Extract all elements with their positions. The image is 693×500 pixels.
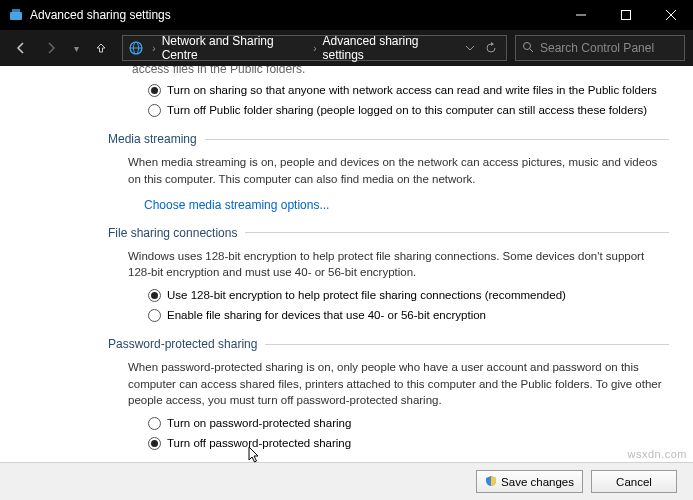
window-title: Advanced sharing settings	[30, 8, 558, 22]
dropdown-button[interactable]	[460, 37, 481, 59]
password-sharing-on-option[interactable]: Turn on password-protected sharing	[148, 415, 669, 431]
minimize-button[interactable]	[558, 0, 603, 30]
section-title: File sharing connections	[108, 226, 237, 240]
password-sharing-description: When password-protected sharing is on, o…	[128, 359, 669, 409]
truncated-text: access files in the Public folders.	[132, 66, 669, 76]
network-icon	[127, 40, 144, 56]
radio-icon	[148, 289, 161, 302]
divider	[205, 139, 669, 140]
radio-icon	[148, 84, 161, 97]
svg-rect-1	[12, 9, 20, 12]
forward-button[interactable]	[38, 35, 64, 61]
refresh-button[interactable]	[481, 37, 502, 59]
divider	[245, 232, 669, 233]
public-folder-sharing-group: Turn on sharing so that anyone with netw…	[148, 82, 669, 118]
encryption-128bit-option[interactable]: Use 128-bit encryption to help protect f…	[148, 287, 669, 303]
svg-rect-0	[10, 12, 22, 20]
content-area: access files in the Public folders. Turn…	[0, 66, 693, 462]
maximize-button[interactable]	[603, 0, 648, 30]
control-panel-icon	[8, 7, 24, 23]
radio-label: Turn off Public folder sharing (people l…	[167, 102, 647, 118]
svg-line-10	[530, 49, 533, 52]
media-streaming-options-link[interactable]: Choose media streaming options...	[144, 198, 329, 212]
radio-label: Use 128-bit encryption to help protect f…	[167, 287, 566, 303]
breadcrumb-advanced-sharing[interactable]: Advanced sharing settings	[320, 34, 459, 62]
encryption-4056bit-option[interactable]: Enable file sharing for devices that use…	[148, 307, 669, 323]
media-streaming-description: When media streaming is on, people and d…	[128, 154, 669, 187]
section-title: Password-protected sharing	[108, 337, 257, 351]
search-icon	[522, 41, 534, 55]
button-label: Cancel	[616, 476, 652, 488]
footer-bar: Save changes Cancel	[0, 462, 693, 500]
radio-label: Turn on sharing so that anyone with netw…	[167, 82, 657, 98]
password-sharing-off-option[interactable]: Turn off password-protected sharing	[148, 435, 669, 451]
svg-rect-3	[621, 11, 630, 20]
search-input[interactable]	[540, 41, 690, 55]
public-sharing-off-option[interactable]: Turn off Public folder sharing (people l…	[148, 102, 669, 118]
cancel-button[interactable]: Cancel	[591, 470, 677, 493]
password-sharing-group: Turn on password-protected sharing Turn …	[148, 415, 669, 451]
password-protected-sharing-header: Password-protected sharing	[108, 337, 669, 351]
section-title: Media streaming	[108, 132, 197, 146]
radio-label: Turn on password-protected sharing	[167, 415, 351, 431]
radio-label: Enable file sharing for devices that use…	[167, 307, 486, 323]
file-sharing-description: Windows uses 128-bit encryption to help …	[128, 248, 669, 281]
file-sharing-connections-header: File sharing connections	[108, 226, 669, 240]
nav-bar: ▾ › Network and Sharing Centre › Advance…	[0, 30, 693, 66]
shield-icon	[485, 475, 497, 489]
close-button[interactable]	[648, 0, 693, 30]
radio-icon	[148, 104, 161, 117]
media-streaming-header: Media streaming	[108, 132, 669, 146]
up-button[interactable]	[88, 35, 114, 61]
back-button[interactable]	[8, 35, 34, 61]
radio-icon	[148, 309, 161, 322]
file-sharing-encryption-group: Use 128-bit encryption to help protect f…	[148, 287, 669, 323]
radio-label: Turn off password-protected sharing	[167, 435, 351, 451]
radio-icon	[148, 417, 161, 430]
chevron-right-icon: ›	[313, 43, 316, 54]
public-sharing-on-option[interactable]: Turn on sharing so that anyone with netw…	[148, 82, 669, 98]
address-bar[interactable]: › Network and Sharing Centre › Advanced …	[122, 35, 507, 61]
save-changes-button[interactable]: Save changes	[476, 470, 583, 493]
svg-point-9	[524, 43, 531, 50]
button-label: Save changes	[501, 476, 574, 488]
divider	[265, 344, 669, 345]
search-box[interactable]	[515, 35, 685, 61]
chevron-right-icon: ›	[152, 43, 155, 54]
breadcrumb-network-sharing[interactable]: Network and Sharing Centre	[160, 34, 309, 62]
title-bar: Advanced sharing settings	[0, 0, 693, 30]
recent-locations-button[interactable]: ▾	[68, 35, 84, 61]
radio-icon	[148, 437, 161, 450]
